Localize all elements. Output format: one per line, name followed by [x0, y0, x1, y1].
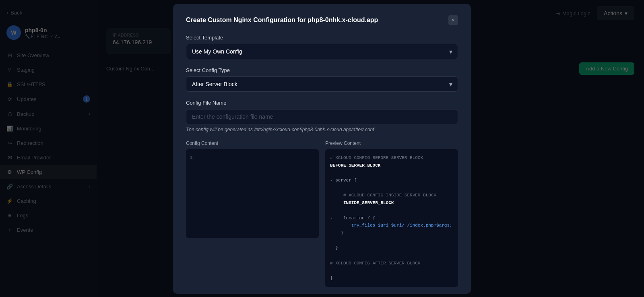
config-content-section: Config Content 1 — [186, 140, 319, 287]
modal-header: Create Custom Nginx Configuration for ph… — [186, 15, 458, 25]
preview-line-3: - — [330, 178, 333, 183]
preview-line-7: - — [330, 216, 333, 221]
preview-line-9: try_files $uri $uri/ /index.php?$args; — [330, 223, 452, 228]
select-config-type-label: Select Config Type — [186, 67, 458, 73]
config-content-editor[interactable]: 1 — [186, 149, 319, 238]
preview-content-section: Preview Content # XCLOUD CONFIG BEFORE S… — [325, 140, 458, 287]
preview-line-2: BEFORE_SERVER_BLOCK — [330, 163, 380, 168]
code-sections: Config Content 1 Preview Content # XCLOU… — [186, 140, 458, 287]
select-template-section: Select Template Use My Own Config Defaul… — [186, 35, 458, 59]
preview-line-8: location / { — [333, 216, 376, 221]
preview-line-13: | — [330, 276, 333, 280]
preview-line-4: server { — [333, 178, 357, 183]
modal-close-button[interactable]: × — [448, 15, 458, 25]
select-config-type-wrapper: After Server Block Before Server Block I… — [186, 76, 458, 92]
preview-line-1: # XCLOUD CONFIG BEFORE SERVER BLOCK — [330, 155, 423, 160]
config-file-name-label: Config File Name — [186, 100, 458, 106]
config-hint: The config will be generated as /etc/ngi… — [186, 127, 458, 132]
code-editor-content — [200, 154, 314, 161]
preview-content-label: Preview Content — [325, 140, 458, 146]
modal-title: Create Custom Nginx Configuration for ph… — [186, 16, 378, 24]
select-config-type-dropdown[interactable]: After Server Block Before Server Block I… — [186, 76, 458, 92]
hint-prefix: The config will be generated as — [186, 127, 254, 132]
preview-content-display: # XCLOUD CONFIG BEFORE SERVER BLOCK BEFO… — [325, 149, 458, 287]
hint-path: /etc/nginx/xcloud-conf/php8-0nhk.x-cloud… — [254, 127, 374, 132]
preview-line-11: } — [330, 245, 338, 250]
select-config-type-section: Select Config Type After Server Block Be… — [186, 67, 458, 92]
modal-overlay: Create Custom Nginx Configuration for ph… — [0, 0, 644, 297]
select-template-label: Select Template — [186, 35, 458, 41]
select-template-dropdown[interactable]: Use My Own Config Default Template — [186, 44, 458, 59]
config-file-name-section: Config File Name The config will be gene… — [186, 100, 458, 132]
config-content-label: Config Content — [186, 140, 319, 146]
preview-line-10: } — [330, 231, 343, 235]
preview-line-12: # XCLOUD CONFIG AFTER SERVER BLOCK — [330, 261, 420, 266]
preview-line-6: INSIDE_SERVER_BLOCK — [330, 200, 394, 205]
preview-line-5: # XCLOUD CONFIG INSIDE SERVER BLOCK — [330, 193, 436, 198]
line-numbers: 1 — [190, 154, 193, 161]
config-file-name-input[interactable] — [186, 109, 458, 124]
modal-dialog: Create Custom Nginx Configuration for ph… — [173, 4, 471, 294]
select-template-wrapper: Use My Own Config Default Template — [186, 44, 458, 59]
